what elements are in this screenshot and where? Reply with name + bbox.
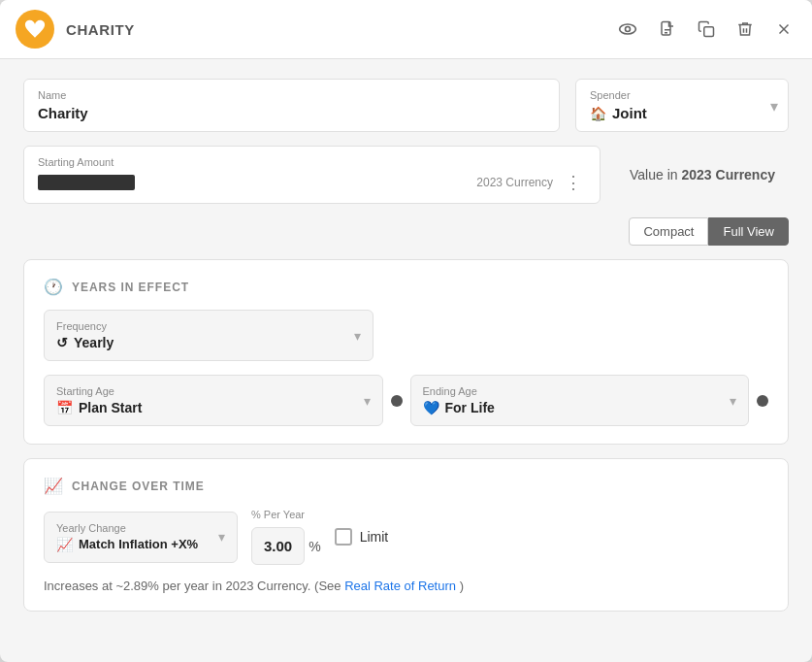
trash-button[interactable] bbox=[732, 16, 758, 43]
svg-point-0 bbox=[620, 24, 636, 34]
frequency-row: Frequency ↺ Yearly ▾ bbox=[44, 310, 768, 361]
yearly-change-dropdown-arrow: ▾ bbox=[218, 529, 225, 545]
starting-age-label: Starting Age bbox=[56, 385, 142, 397]
frequency-icon: ↺ bbox=[56, 335, 68, 350]
ending-age-label: Ending Age bbox=[423, 385, 495, 397]
limit-checkbox[interactable] bbox=[335, 528, 352, 546]
name-label: Name bbox=[38, 89, 545, 101]
per-year-inner: 3.00 % bbox=[251, 527, 321, 565]
years-in-effect-section: 🕐 YEARS IN EFFECT Frequency ↺ Yearly ▾ bbox=[23, 259, 789, 445]
charity-logo bbox=[16, 10, 54, 49]
limit-label: Limit bbox=[360, 529, 389, 545]
copy-button[interactable] bbox=[694, 16, 719, 43]
home-icon: 🏠 bbox=[590, 106, 606, 121]
per-year-section: % Per Year 3.00 % bbox=[251, 509, 321, 565]
close-button[interactable] bbox=[771, 17, 796, 42]
eye-button[interactable] bbox=[614, 16, 641, 43]
amount-more-button[interactable]: ⋮ bbox=[561, 172, 586, 193]
full-view-button[interactable]: Full View bbox=[708, 217, 789, 246]
calendar-icon: 📅 bbox=[56, 400, 73, 415]
heart-icon: 💙 bbox=[423, 400, 439, 415]
starting-age-dropdown-arrow: ▾ bbox=[364, 393, 371, 409]
eye-icon bbox=[618, 19, 637, 39]
starting-dot bbox=[391, 395, 403, 407]
amount-label: Starting Amount bbox=[38, 156, 586, 168]
modal-header: CHARITY bbox=[0, 0, 812, 59]
amount-row: Starting Amount 2023 Currency ⋮ Value in… bbox=[23, 146, 789, 204]
per-year-unit: % bbox=[309, 539, 320, 554]
per-year-value: 3.00 bbox=[264, 538, 292, 554]
starting-age-value: 📅 Plan Start bbox=[56, 400, 142, 415]
document-icon bbox=[659, 19, 676, 39]
inflation-icon: 📈 bbox=[56, 537, 73, 552]
view-toggle: Compact Full View bbox=[23, 217, 789, 246]
limit-checkbox-row[interactable]: Limit bbox=[335, 528, 389, 546]
close-icon bbox=[775, 20, 793, 38]
name-spender-row: Name Charity Spender 🏠 Joint ▾ bbox=[23, 79, 789, 132]
trend-icon: 📈 bbox=[44, 477, 64, 495]
spender-field[interactable]: Spender 🏠 Joint ▾ bbox=[575, 79, 789, 132]
trash-icon bbox=[736, 19, 754, 39]
frequency-label: Frequency bbox=[56, 320, 114, 332]
real-rate-link[interactable]: Real Rate of Return bbox=[344, 579, 456, 593]
per-year-label: % Per Year bbox=[251, 509, 321, 520]
svg-rect-5 bbox=[704, 27, 714, 37]
svg-point-1 bbox=[626, 27, 631, 32]
charity-modal: CHARITY Name Charity bbox=[0, 0, 812, 662]
yearly-change-select[interactable]: Yearly Change 📈 Match Inflation +X% ▾ bbox=[44, 512, 238, 563]
spender-label: Spender bbox=[590, 89, 774, 101]
frequency-select[interactable]: Frequency ↺ Yearly ▾ bbox=[44, 310, 374, 361]
compact-view-button[interactable]: Compact bbox=[629, 217, 708, 246]
amount-currency: 2023 Currency bbox=[476, 176, 553, 189]
document-button[interactable] bbox=[655, 16, 680, 43]
header-actions bbox=[614, 16, 796, 43]
age-row: Starting Age 📅 Plan Start ▾ Ending Age 💙 bbox=[44, 375, 768, 426]
per-year-input[interactable]: 3.00 bbox=[251, 527, 305, 565]
modal-body: Name Charity Spender 🏠 Joint ▾ Starting … bbox=[0, 59, 812, 662]
yearly-change-value: 📈 Match Inflation +X% bbox=[56, 537, 198, 552]
ending-age-select[interactable]: Ending Age 💙 For Life ▾ bbox=[410, 375, 750, 426]
amount-inner: 2023 Currency ⋮ bbox=[38, 172, 586, 193]
starting-age-select[interactable]: Starting Age 📅 Plan Start ▾ bbox=[44, 375, 383, 426]
ending-dot bbox=[757, 395, 768, 407]
modal-title: CHARITY bbox=[66, 21, 602, 38]
currency-info: Value in 2023 Currency bbox=[616, 146, 789, 204]
frequency-dropdown-arrow: ▾ bbox=[354, 328, 361, 344]
name-value: Charity bbox=[38, 105, 545, 121]
change-section-title: 📈 CHANGE OVER TIME bbox=[44, 477, 768, 495]
yearly-change-label: Yearly Change bbox=[56, 522, 198, 534]
change-over-time-section: 📈 CHANGE OVER TIME Yearly Change 📈 Match… bbox=[23, 458, 789, 612]
spender-value: 🏠 Joint bbox=[590, 105, 774, 121]
name-field: Name Charity bbox=[23, 79, 560, 132]
spender-dropdown-arrow: ▾ bbox=[770, 96, 778, 115]
copy-icon bbox=[698, 19, 715, 39]
amount-value[interactable] bbox=[38, 175, 135, 190]
ending-age-value: 💙 For Life bbox=[423, 400, 495, 415]
yearly-change-row: Yearly Change 📈 Match Inflation +X% ▾ % … bbox=[44, 509, 768, 565]
ending-age-dropdown-arrow: ▾ bbox=[730, 393, 736, 409]
clock-icon: 🕐 bbox=[44, 278, 64, 296]
info-text: Increases at ~2.89% per year in 2023 Cur… bbox=[44, 579, 768, 593]
years-section-title: 🕐 YEARS IN EFFECT bbox=[44, 278, 768, 296]
amount-box: Starting Amount 2023 Currency ⋮ bbox=[23, 146, 601, 204]
heart-hands-icon bbox=[24, 18, 46, 40]
frequency-value: ↺ Yearly bbox=[56, 335, 114, 350]
